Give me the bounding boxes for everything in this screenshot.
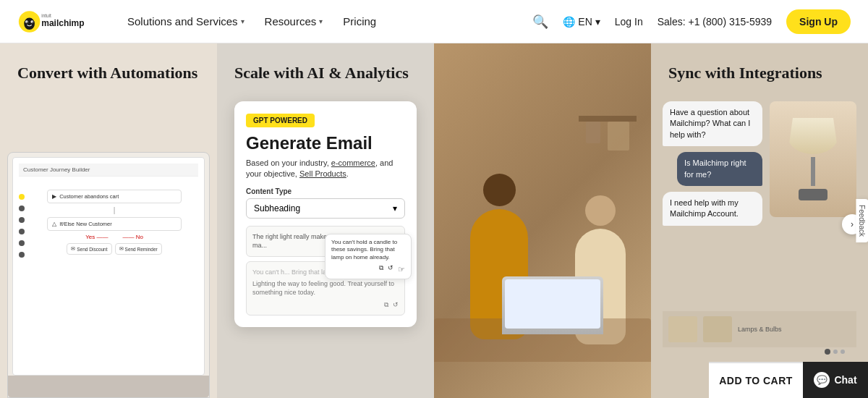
feature-panels: Convert with Automations Customer Journe… bbox=[0, 43, 868, 398]
sidebar-dot-4 bbox=[19, 229, 25, 234]
system-bubble-2: I need help with my Mailchimp Account. bbox=[663, 192, 762, 226]
add-to-cart-button[interactable]: ADD TO CART bbox=[709, 362, 803, 398]
solutions-chevron-icon: ▾ bbox=[241, 17, 244, 25]
integrations-panel: Sync with Integrations Have a question a… bbox=[651, 43, 868, 398]
suggestion-tooltip: You can't hold a candle to these savings… bbox=[325, 234, 412, 279]
sidebar-dot-6 bbox=[19, 252, 25, 258]
select-value: Subheading bbox=[254, 203, 300, 213]
product-text: Lamps & Bulbs bbox=[738, 326, 851, 333]
send-reminder-node: ✉ Send Reminder bbox=[115, 243, 162, 255]
card-description: Based on your industry, e-commerce, and … bbox=[246, 158, 405, 180]
laptop-screen-table bbox=[505, 279, 600, 329]
person-2-head bbox=[585, 195, 616, 226]
chat-button[interactable]: 💬 Chat bbox=[803, 362, 868, 398]
lamp-post bbox=[811, 157, 815, 186]
content-type-select[interactable]: Subheading ▾ bbox=[246, 198, 405, 219]
carousel-indicators bbox=[825, 349, 845, 355]
solutions-services-label: Solutions and Services bbox=[127, 15, 238, 27]
shelf-area bbox=[579, 116, 637, 188]
lamp-decoration bbox=[770, 101, 856, 217]
svg-text:intuit: intuit bbox=[41, 12, 51, 17]
text-replace-icon[interactable]: ↺ bbox=[393, 300, 399, 310]
speech-bubble-icon: 💬 bbox=[817, 375, 827, 385]
svg-point-1 bbox=[24, 17, 35, 30]
pricing-label: Pricing bbox=[343, 15, 376, 27]
nav-links: Solutions and Services ▾ Resources ▾ Pri… bbox=[127, 15, 532, 27]
automations-panel: Convert with Automations Customer Journe… bbox=[0, 43, 217, 398]
solutions-services-nav[interactable]: Solutions and Services ▾ bbox=[127, 15, 244, 27]
sidebar-dot-5 bbox=[19, 240, 25, 246]
search-icon[interactable]: 🔍 bbox=[532, 14, 548, 30]
resources-label: Resources bbox=[265, 15, 317, 27]
lamp-shade bbox=[788, 118, 838, 154]
svg-point-4 bbox=[27, 21, 27, 22]
integrations-title: Sync with Integrations bbox=[668, 64, 851, 82]
ai-title: Scale with AI & Analytics bbox=[234, 64, 417, 82]
sidebar-icons bbox=[17, 194, 26, 346]
journey-builder-label: Customer Journey Builder bbox=[19, 164, 198, 177]
action-nodes: ✉ Send Discount ✉ Send Reminder bbox=[30, 243, 198, 255]
send-discount-node: ✉ Send Discount bbox=[67, 243, 111, 255]
person-1-head bbox=[483, 174, 516, 206]
laptop-screen: Customer Journey Builder ▶ Customer aba bbox=[12, 157, 205, 376]
navigation: intuit mailchimp Solutions and Services … bbox=[0, 0, 868, 43]
svg-point-5 bbox=[32, 21, 33, 22]
system-bubble-1: Have a question about Mailchimp? What ca… bbox=[663, 101, 762, 146]
lang-chevron-icon: ▾ bbox=[595, 16, 600, 27]
lamp-base bbox=[799, 189, 827, 200]
ecommerce-link[interactable]: e-commerce bbox=[331, 158, 375, 167]
svg-point-7 bbox=[35, 17, 39, 22]
sidebar-dot-2 bbox=[19, 206, 25, 211]
nav-right: 🔍 🌐 EN ▾ Log In Sales: +1 (800) 315-5939… bbox=[532, 9, 851, 34]
carousel-dot-2[interactable] bbox=[833, 350, 838, 354]
branch-icon: △ bbox=[52, 221, 56, 227]
tooltip-replace-icon[interactable]: ↺ bbox=[388, 264, 393, 274]
content-type-label: Content Type bbox=[246, 187, 405, 195]
sell-products-link[interactable]: Sell Products bbox=[299, 169, 346, 178]
feedback-tab[interactable]: Feedback bbox=[856, 199, 868, 242]
play-icon: ▶ bbox=[52, 193, 56, 200]
language-selector[interactable]: 🌐 EN ▾ bbox=[563, 16, 600, 27]
ai-analytics-panel: Scale with AI & Analytics GPT POWERED Ge… bbox=[217, 43, 434, 398]
text-copy-icon[interactable]: ⧉ bbox=[384, 300, 388, 310]
card-title: Generate Email bbox=[246, 133, 405, 153]
chat-conversation: Have a question about Mailchimp? What ca… bbox=[663, 101, 762, 226]
abandon-cart-node: ▶ Customer abandons cart bbox=[47, 190, 182, 203]
ifelse-node: △ If/Else New Customer bbox=[47, 217, 182, 231]
generated-text-1: The right light really makes a differenc… bbox=[246, 226, 405, 257]
sales-phone: Sales: +1 (800) 315-5939 bbox=[658, 16, 772, 27]
svg-point-6 bbox=[20, 17, 25, 22]
email-icon-2: ✉ bbox=[119, 246, 124, 252]
email-icon-1: ✉ bbox=[71, 246, 75, 252]
carousel-dot-3[interactable] bbox=[841, 350, 845, 354]
chat-label: Chat bbox=[834, 374, 856, 386]
carousel-dot-1[interactable] bbox=[825, 349, 830, 355]
chat-icon: 💬 bbox=[814, 372, 830, 388]
login-button[interactable]: Log In bbox=[615, 16, 643, 27]
shelf-item-1 bbox=[586, 122, 600, 143]
integrations-content: Have a question about Mailchimp? What ca… bbox=[663, 101, 856, 347]
shelf-item-2 bbox=[608, 122, 629, 151]
cursor-icon: ☞ bbox=[398, 264, 405, 274]
resources-nav[interactable]: Resources ▾ bbox=[265, 15, 323, 27]
lang-label: EN bbox=[578, 16, 592, 27]
laptop-base bbox=[8, 376, 209, 397]
shelf-plank bbox=[579, 116, 637, 122]
generate-email-card: GPT POWERED Generate Email Based on your… bbox=[234, 101, 417, 327]
laptop-table bbox=[502, 276, 603, 334]
automations-illustration: Customer Journey Builder ▶ Customer aba bbox=[7, 152, 210, 398]
sidebar-dot-1 bbox=[19, 194, 25, 200]
product-thumb-1 bbox=[668, 316, 697, 342]
segmentation-panel: Target with Segmentation bbox=[434, 43, 651, 398]
signup-button[interactable]: Sign Up bbox=[786, 9, 851, 34]
logo[interactable]: intuit mailchimp bbox=[17, 9, 104, 35]
svg-text:mailchimp: mailchimp bbox=[41, 18, 84, 28]
pricing-nav[interactable]: Pricing bbox=[343, 15, 376, 27]
sidebar-dot-3 bbox=[19, 217, 25, 223]
product-thumb-2 bbox=[703, 316, 732, 342]
user-bubble: Is Mailchimp right for me? bbox=[677, 152, 762, 186]
product-strip: Lamps & Bulbs bbox=[663, 311, 856, 347]
segmentation-photo bbox=[434, 43, 651, 398]
generated-text-3: Lighting the way to feeling good. Treat … bbox=[252, 279, 399, 297]
tooltip-copy-icon[interactable]: ⧉ bbox=[379, 264, 383, 274]
